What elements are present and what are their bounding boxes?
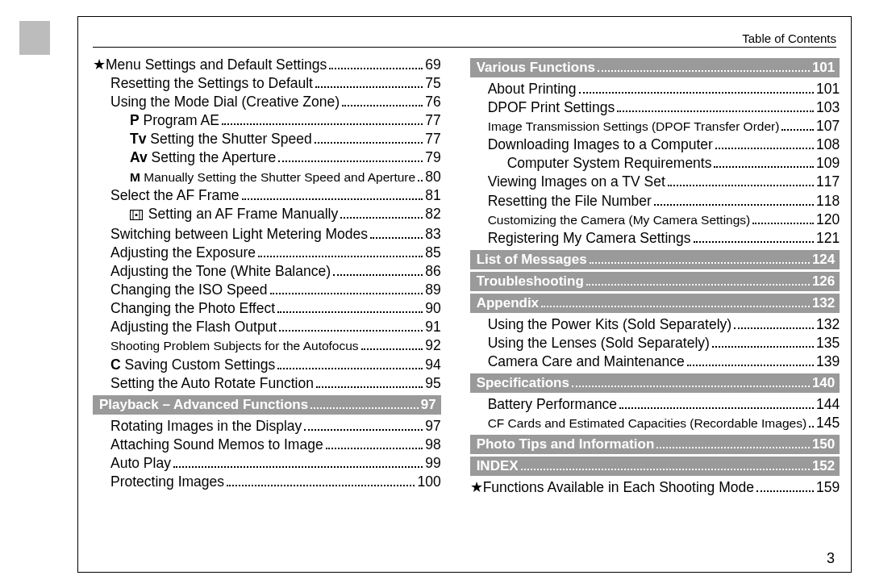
leader-dots (586, 284, 810, 286)
entry-page: 91 (425, 318, 440, 336)
leader-dots (361, 348, 423, 350)
leader-dots (173, 466, 423, 468)
entry-label: Using the Power Kits (Sold Separately) (488, 315, 732, 334)
entry-label: Registering My Camera Settings (488, 229, 691, 248)
entry-text: Adjusting the Tone (White Balance) (110, 263, 331, 279)
entry-text: Select the AF Frame (110, 187, 240, 203)
entry-label: About Printing (488, 80, 577, 98)
entry-page: 75 (425, 74, 440, 93)
section-page: 97 (421, 397, 436, 413)
leader-dots (315, 86, 423, 88)
entry-page: 139 (816, 352, 840, 371)
entry-label: Battery Performance (488, 395, 617, 414)
af-frame-icon (130, 206, 143, 225)
toc-entry: P Program AE77 (93, 111, 441, 130)
entry-page: 95 (425, 374, 440, 393)
toc-entry: Attaching Sound Memos to Image98 (93, 436, 441, 454)
toc-entry: ★Functions Available in Each Shooting Mo… (470, 478, 840, 497)
entry-label: Changing the ISO Speed (110, 281, 268, 299)
leader-dots (714, 166, 814, 168)
entry-page: 81 (425, 186, 440, 205)
leader-dots (304, 429, 423, 431)
toc-section-header: Various Functions101 (470, 58, 840, 77)
entry-page: 100 (417, 473, 440, 491)
toc-entry: M Manually Setting the Shutter Speed and… (93, 168, 441, 186)
entry-page: 159 (816, 478, 840, 497)
svg-point-2 (135, 214, 137, 216)
toc-entry: About Printing101 (470, 80, 840, 98)
entry-page: 94 (425, 356, 440, 374)
entry-page: 83 (425, 225, 440, 244)
section-label: Troubleshooting (477, 273, 584, 290)
entry-text: Menu Settings and Default Settings (106, 56, 327, 73)
toc-entry: Adjusting the Flash Output91 (93, 318, 441, 336)
leader-dots (370, 237, 423, 239)
toc-entry: Changing the ISO Speed89 (93, 281, 441, 299)
entry-text: Camera Care and Maintenance (488, 353, 685, 369)
toc-entry: C Saving Custom Settings94 (93, 356, 441, 374)
entry-text: Setting the Shutter Speed (146, 131, 311, 147)
entry-label: Changing the Photo Effect (110, 299, 275, 318)
section-page: 152 (812, 458, 835, 474)
entry-page: 108 (816, 136, 840, 154)
entry-label: Switching between Light Metering Modes (110, 225, 368, 244)
entry-page: 132 (816, 315, 840, 334)
entry-label: Attaching Sound Memos to Image (110, 436, 323, 454)
section-label: Appendix (477, 295, 539, 311)
entry-page: 120 (816, 211, 840, 229)
toc-entry: Changing the Photo Effect90 (93, 299, 441, 318)
toc-entry: Using the Power Kits (Sold Separately)13… (470, 315, 840, 334)
toc-entry: Computer System Requirements109 (470, 154, 840, 173)
toc-section-header: Playback – Advanced Functions97 (93, 395, 441, 415)
toc-entry: Resetting the File Number118 (470, 192, 840, 211)
leader-dots (316, 386, 423, 388)
star-icon: ★ (470, 479, 483, 495)
entry-page: 89 (425, 281, 440, 299)
entry-text: Auto Play (110, 455, 171, 471)
entry-label: Using the Lenses (Sold Separately) (488, 334, 710, 352)
entry-text: Manually Setting the Shutter Speed and A… (140, 170, 415, 184)
entry-page: 92 (425, 336, 440, 355)
leader-dots (326, 448, 423, 449)
entry-label: Setting an AF Frame Manually (130, 205, 338, 225)
toc-entry: Auto Play99 (93, 454, 441, 473)
leader-dots (541, 306, 810, 307)
entry-page: 107 (816, 117, 840, 136)
section-page: 132 (812, 295, 835, 311)
section-label: List of Messages (477, 252, 587, 268)
entry-text: Changing the ISO Speed (110, 281, 268, 298)
entry-text: Functions Available in Each Shooting Mod… (483, 479, 754, 495)
leader-dots (242, 198, 423, 200)
columns: ★Menu Settings and Default Settings69Res… (93, 56, 836, 497)
entry-text: Computer System Requirements (507, 155, 712, 171)
leader-dots (656, 447, 810, 448)
leader-dots (715, 148, 814, 149)
entry-text: Adjusting the Flash Output (110, 319, 277, 335)
leader-dots (654, 204, 814, 206)
section-page: 150 (812, 436, 835, 452)
entry-label: Adjusting the Exposure (110, 244, 256, 262)
section-page: 124 (812, 252, 835, 268)
toc-entry: Av Setting the Aperture79 (93, 148, 441, 167)
entry-text: Registering My Camera Settings (488, 230, 691, 246)
toc-entry: Rotating Images in the Display97 (93, 417, 441, 436)
toc-section-header: List of Messages124 (470, 250, 840, 269)
leader-dots (668, 185, 814, 186)
leader-dots (572, 386, 810, 387)
entry-label: Adjusting the Tone (White Balance) (110, 262, 331, 281)
entry-text: Rotating Images in the Display (110, 418, 302, 434)
toc-entry: Shooting Problem Subjects for the Autofo… (93, 336, 441, 355)
entry-page: 145 (816, 414, 840, 432)
entry-label: Viewing Images on a TV Set (488, 173, 665, 191)
entry-label: Auto Play (110, 454, 171, 473)
toc-entry: Downloading Images to a Computer108 (470, 136, 840, 154)
toc-entry: DPOF Print Settings103 (470, 98, 840, 117)
entry-text: CF Cards and Estimated Capacities (Recor… (488, 416, 806, 430)
entry-label: Shooting Problem Subjects for the Autofo… (110, 338, 359, 354)
toc-entry: Image Transmission Settings (DPOF Transf… (470, 117, 840, 136)
mode-prefix: C (110, 357, 121, 373)
entry-page: 80 (425, 168, 440, 186)
leader-dots (227, 485, 415, 486)
leader-dots (310, 407, 419, 409)
entry-text: Viewing Images on a TV Set (488, 173, 665, 190)
